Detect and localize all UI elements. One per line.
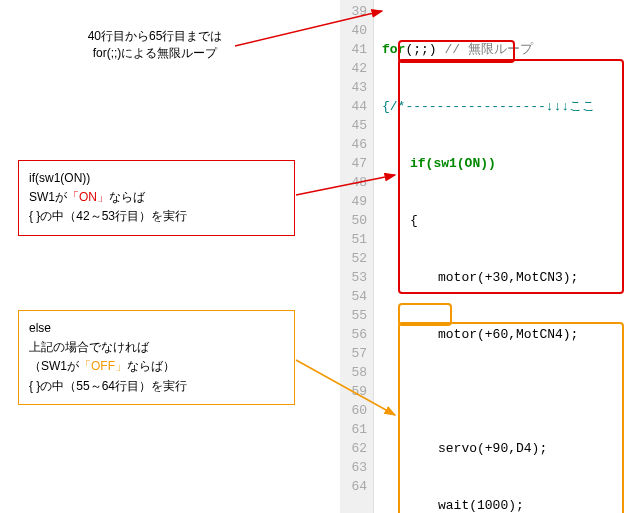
for-comment: // 無限ループ — [437, 42, 533, 57]
line-no: 50 — [342, 211, 367, 230]
else-explain-l3: （SW1が「OFF」ならば） — [29, 357, 284, 376]
line-no: 57 — [342, 344, 367, 363]
if-explain-l3: { }の中（42～53行目）を実行 — [29, 207, 284, 226]
line-no: 53 — [342, 268, 367, 287]
block-comment: {/*------------------↓↓↓ここ — [382, 99, 595, 114]
if-explain-l1: if(sw1(ON)) — [29, 169, 284, 188]
line-no: 56 — [342, 325, 367, 344]
code-editor: 39 40 41 42 43 44 45 46 47 48 49 50 51 5… — [340, 0, 625, 513]
code-pane: for(;;) // 無限ループ {/*------------------↓↓… — [374, 0, 625, 513]
line-no: 43 — [342, 78, 367, 97]
code-line: if(sw1(ON)) — [382, 154, 625, 173]
else-explain-box: else 上記の場合でなければ （SW1が「OFF」ならば） { }の中（55～… — [18, 310, 295, 405]
off-highlight: 「OFF」 — [79, 359, 127, 373]
code-line: { — [382, 211, 625, 230]
line-no: 52 — [342, 249, 367, 268]
on-highlight: 「ON」 — [67, 190, 109, 204]
if-explain-l2: SW1が「ON」ならば — [29, 188, 284, 207]
code-line: servo(+90,D4); — [382, 439, 625, 458]
line-no: 59 — [342, 382, 367, 401]
code-line: {/*------------------↓↓↓ここ — [382, 97, 625, 116]
line-no: 44 — [342, 97, 367, 116]
line-no: 51 — [342, 230, 367, 249]
if-explain-box: if(sw1(ON)) SW1が「ON」ならば { }の中（42～53行目）を実… — [18, 160, 295, 236]
loop-note-l2: for(;;)による無限ループ — [75, 45, 235, 62]
line-no: 64 — [342, 477, 367, 496]
loop-note: 40行目から65行目までは for(;;)による無限ループ — [75, 28, 235, 62]
line-no: 62 — [342, 439, 367, 458]
code-line: motor(+30,MotCN3); — [382, 268, 625, 287]
line-no: 61 — [342, 420, 367, 439]
line-no: 40 — [342, 21, 367, 40]
line-no: 39 — [342, 2, 367, 21]
line-no: 63 — [342, 458, 367, 477]
line-no: 58 — [342, 363, 367, 382]
else-explain-l4: { }の中（55～64行目）を実行 — [29, 377, 284, 396]
for-keyword: for — [382, 42, 405, 57]
line-no: 41 — [342, 40, 367, 59]
else-explain-l2: 上記の場合でなければ — [29, 338, 284, 357]
code-line: wait(1000); — [382, 496, 625, 513]
loop-note-l1: 40行目から65行目までは — [75, 28, 235, 45]
line-no: 42 — [342, 59, 367, 78]
line-number-gutter: 39 40 41 42 43 44 45 46 47 48 49 50 51 5… — [340, 0, 374, 513]
line-no: 48 — [342, 173, 367, 192]
else-explain-l1: else — [29, 319, 284, 338]
if-keyword: if(sw1(ON)) — [410, 156, 496, 171]
code-line — [382, 382, 625, 401]
line-no: 49 — [342, 192, 367, 211]
line-no: 46 — [342, 135, 367, 154]
code-line: for(;;) // 無限ループ — [382, 40, 625, 59]
line-no: 47 — [342, 154, 367, 173]
line-no: 45 — [342, 116, 367, 135]
code-line: motor(+60,MotCN4); — [382, 325, 625, 344]
line-no: 55 — [342, 306, 367, 325]
line-no: 60 — [342, 401, 367, 420]
line-no: 54 — [342, 287, 367, 306]
